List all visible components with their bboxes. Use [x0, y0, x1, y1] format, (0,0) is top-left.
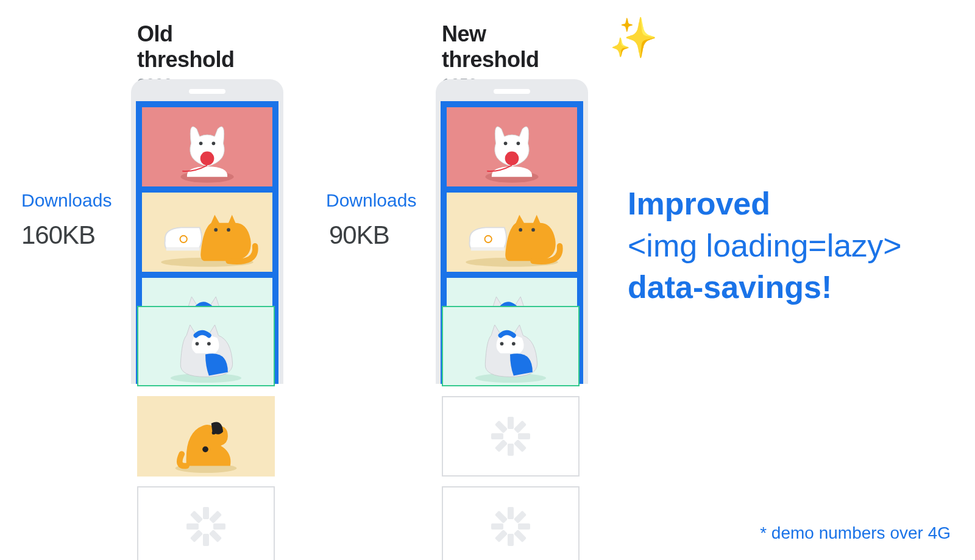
- headline: Improved <img loading=lazy> data-savings…: [628, 183, 963, 308]
- old-placeholder: [137, 486, 275, 560]
- footnote: * demo numbers over 4G: [760, 523, 951, 543]
- new-image-cat-pink: [447, 107, 577, 186]
- new-image-cat-orange: [447, 193, 577, 272]
- new-downloads-label: Downloads: [326, 190, 416, 211]
- new-below-fold: [442, 306, 580, 560]
- headline-line1: Improved: [628, 183, 963, 225]
- spinner-icon: [185, 506, 227, 547]
- old-downloads-label: Downloads: [21, 190, 112, 211]
- old-image-cat-pink: [142, 107, 272, 186]
- old-loaded-dog-yellow: [137, 396, 275, 477]
- old-below-fold: [137, 306, 275, 560]
- old-loaded-cat-blue: [137, 306, 275, 386]
- headline-line3: data-savings!: [628, 266, 963, 308]
- spinner-icon: [490, 506, 531, 547]
- new-downloads-value: 90KB: [329, 221, 389, 250]
- new-placeholder-2: [442, 486, 580, 560]
- headline-line2: <img loading=lazy>: [628, 225, 963, 267]
- sparkles-icon: ✨: [609, 15, 658, 61]
- old-image-cat-orange: [142, 193, 272, 272]
- new-loaded-cat-blue: [442, 306, 580, 386]
- old-threshold-title: Old threshold: [0, 21, 244, 73]
- old-downloads-value: 160KB: [21, 221, 95, 250]
- new-placeholder-1: [442, 396, 580, 477]
- spinner-icon: [490, 416, 531, 457]
- new-threshold-title: New threshold: [305, 21, 548, 73]
